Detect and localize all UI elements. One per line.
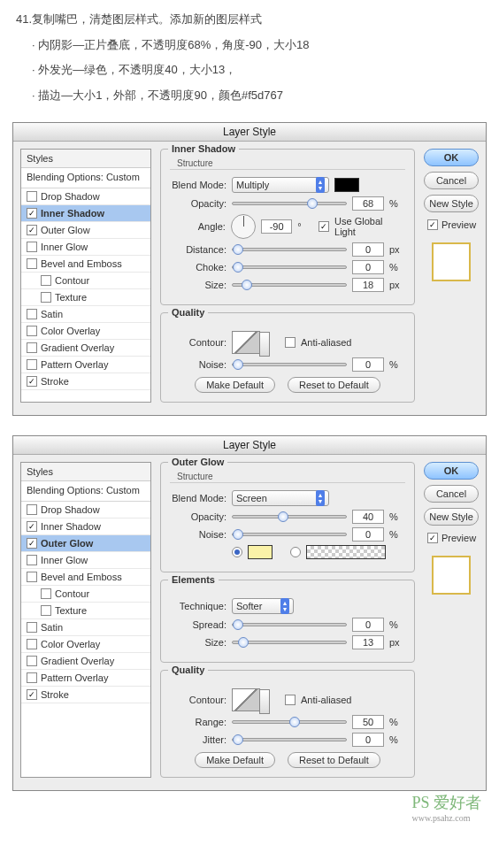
style-checkbox[interactable] [27,622,37,633]
style-checkbox[interactable] [27,521,37,532]
opacity-slider[interactable] [232,515,347,518]
style-row-inner-glow[interactable]: Inner Glow [21,239,150,256]
glow-gradient-swatch[interactable] [306,545,386,559]
style-checkbox[interactable] [41,588,51,599]
style-checkbox[interactable] [27,376,37,387]
range-input[interactable]: 50 [352,715,384,729]
style-row-pattern-overlay[interactable]: Pattern Overlay [21,670,150,687]
style-checkbox[interactable] [27,309,37,319]
preview-checkbox[interactable] [427,219,438,230]
noise-input[interactable]: 0 [352,357,384,372]
choke-input[interactable]: 0 [352,260,384,274]
style-checkbox[interactable] [27,208,37,219]
style-row-gradient-overlay[interactable]: Gradient Overlay [21,340,150,357]
spread-slider[interactable] [232,623,347,626]
blending-options-row[interactable]: Blending Options: Custom [21,481,150,502]
anti-aliased-checkbox[interactable] [285,695,296,705]
style-row-gradient-overlay[interactable]: Gradient Overlay [21,653,150,670]
new-style-button[interactable]: New Style [424,508,479,526]
style-checkbox[interactable] [27,359,37,370]
style-row-drop-shadow[interactable]: Drop Shadow [21,502,150,518]
make-default-button[interactable]: Make Default [195,752,275,768]
style-row-drop-shadow[interactable]: Drop Shadow [21,188,150,205]
style-checkbox[interactable] [41,275,51,286]
style-row-stroke[interactable]: Stroke [21,687,150,703]
use-global-checkbox[interactable] [319,221,329,232]
style-checkbox[interactable] [27,538,37,549]
style-row-outer-glow[interactable]: Outer Glow [21,535,150,552]
noise-input[interactable]: 0 [352,527,384,542]
styles-header[interactable]: Styles [21,150,150,168]
style-row-satin[interactable]: Satin [21,619,150,636]
cancel-button[interactable]: Cancel [424,485,479,503]
solid-color-radio[interactable] [232,547,242,557]
style-row-texture[interactable]: Texture [21,603,150,619]
style-row-color-overlay[interactable]: Color Overlay [21,636,150,653]
style-checkbox[interactable] [27,639,37,649]
style-row-stroke[interactable]: Stroke [21,373,150,390]
reset-default-button[interactable]: Reset to Default [288,377,380,393]
technique-select[interactable]: Softer ▴▾ [232,598,294,614]
angle-dial[interactable] [231,214,256,239]
opacity-slider[interactable] [232,202,347,205]
style-row-outer-glow[interactable]: Outer Glow [21,222,150,239]
shadow-color-swatch[interactable] [334,178,359,192]
preview-checkbox[interactable] [427,533,438,543]
contour-picker[interactable] [232,688,260,711]
choke-slider[interactable] [232,265,347,269]
reset-default-button[interactable]: Reset to Default [288,752,380,768]
ok-button[interactable]: OK [424,149,479,166]
noise-slider[interactable] [232,533,347,536]
style-checkbox[interactable] [27,656,37,666]
styles-header[interactable]: Styles [21,463,150,481]
style-checkbox[interactable] [27,191,37,202]
ok-button[interactable]: OK [424,462,479,480]
style-row-contour[interactable]: Contour [21,586,150,603]
size-input[interactable]: 13 [352,635,384,649]
style-row-bevel-and-emboss[interactable]: Bevel and Emboss [21,569,150,586]
glow-color-swatch[interactable] [248,545,273,559]
style-checkbox[interactable] [27,572,37,582]
style-row-bevel-and-emboss[interactable]: Bevel and Emboss [21,256,150,273]
style-checkbox[interactable] [27,689,37,700]
style-checkbox[interactable] [41,292,51,303]
style-checkbox[interactable] [27,225,37,235]
style-row-color-overlay[interactable]: Color Overlay [21,323,150,340]
style-checkbox[interactable] [27,342,37,353]
style-row-inner-glow[interactable]: Inner Glow [21,552,150,569]
cancel-button[interactable]: Cancel [424,172,479,189]
anti-aliased-checkbox[interactable] [285,337,296,348]
blending-options-row[interactable]: Blending Options: Custom [21,168,150,188]
size-input[interactable]: 18 [352,278,384,292]
size-slider[interactable] [232,641,347,644]
jitter-input[interactable]: 0 [352,733,384,747]
noise-slider[interactable] [232,363,347,366]
style-row-inner-shadow[interactable]: Inner Shadow [21,518,150,535]
blend-mode-select[interactable]: Multiply ▴▾ [232,177,329,193]
distance-slider[interactable] [232,248,347,251]
style-row-texture[interactable]: Texture [21,289,150,306]
jitter-slider[interactable] [232,738,347,741]
style-checkbox[interactable] [27,672,37,683]
opacity-input[interactable]: 68 [352,196,384,211]
style-checkbox[interactable] [27,258,37,269]
style-row-satin[interactable]: Satin [21,306,150,323]
gradient-radio[interactable] [290,547,301,557]
range-slider[interactable] [232,720,347,724]
style-checkbox[interactable] [41,605,51,616]
contour-picker[interactable] [232,331,260,354]
distance-input[interactable]: 0 [352,242,384,257]
style-row-contour[interactable]: Contour [21,273,150,289]
make-default-button[interactable]: Make Default [195,377,275,393]
opacity-input[interactable]: 40 [352,510,384,524]
style-row-pattern-overlay[interactable]: Pattern Overlay [21,357,150,373]
spread-input[interactable]: 0 [352,618,384,632]
new-style-button[interactable]: New Style [424,195,479,212]
style-checkbox[interactable] [27,504,37,515]
style-checkbox[interactable] [27,555,37,565]
blend-mode-select[interactable]: Screen ▴▾ [232,490,329,506]
style-checkbox[interactable] [27,242,37,252]
size-slider[interactable] [232,283,347,287]
style-row-inner-shadow[interactable]: Inner Shadow [21,205,150,222]
style-checkbox[interactable] [27,326,37,336]
